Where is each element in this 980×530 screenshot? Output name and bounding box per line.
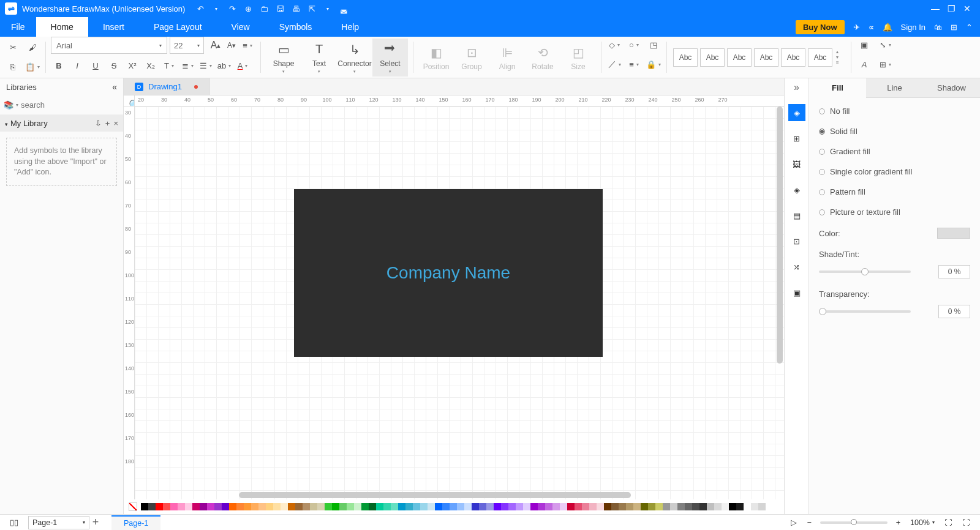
color-swatch[interactable]	[214, 503, 222, 510]
focus-mode-icon[interactable]: ▣	[856, 37, 872, 53]
subscript-icon[interactable]: X₂	[143, 58, 159, 73]
print-icon[interactable]: 🖶	[290, 4, 301, 13]
close-section-icon[interactable]: ×	[113, 119, 118, 128]
color-swatch[interactable]	[325, 503, 332, 510]
text-mode-icon[interactable]: ab	[216, 58, 232, 73]
color-swatch[interactable]	[501, 503, 508, 510]
history-panel-icon[interactable]: ▣	[788, 284, 805, 301]
style-scroll-down-icon[interactable]: ▾	[836, 54, 839, 60]
color-swatch[interactable]	[178, 503, 185, 510]
layers-panel-icon[interactable]: ◈	[788, 181, 805, 198]
color-swatch[interactable]	[604, 503, 611, 510]
color-swatch[interactable]	[611, 503, 619, 510]
shape-effects-icon[interactable]: ◳	[646, 37, 662, 53]
color-swatch[interactable]	[141, 503, 148, 510]
color-swatch[interactable]	[398, 503, 405, 510]
share-icon[interactable]: ∝	[869, 23, 874, 32]
new-icon[interactable]: ⊕	[243, 4, 254, 13]
minimize-button[interactable]: —	[927, 4, 943, 13]
select-tool[interactable]: ⮕Select	[372, 39, 408, 77]
color-swatch[interactable]	[281, 503, 288, 510]
fill-gradient-radio[interactable]: Gradient fill	[819, 147, 970, 156]
color-swatch[interactable]	[405, 503, 413, 510]
collapse-panel-icon[interactable]: «	[112, 82, 117, 92]
color-swatch[interactable]	[464, 503, 472, 510]
color-swatch[interactable]	[597, 503, 604, 510]
color-swatch[interactable]	[670, 503, 677, 510]
style-preset[interactable]: Abc	[700, 48, 725, 67]
zoom-slider[interactable]	[820, 521, 888, 524]
color-swatch[interactable]	[303, 503, 310, 510]
apps-icon[interactable]: ⊞	[951, 23, 957, 32]
color-swatch[interactable]	[457, 503, 464, 510]
underline-icon[interactable]: U	[88, 58, 104, 73]
style-preset[interactable]: Abc	[781, 48, 805, 67]
shape-outline-icon[interactable]: ○	[626, 37, 642, 53]
options-icon[interactable]: ⊞	[877, 56, 893, 72]
fill-panel-icon[interactable]: ◈	[788, 104, 805, 121]
color-swatch[interactable]	[266, 503, 273, 510]
crop-icon[interactable]: ⤡	[877, 37, 893, 53]
color-swatch[interactable]	[937, 228, 970, 239]
scrollbar-horizontal[interactable]	[239, 492, 631, 498]
shade-slider[interactable]	[819, 271, 911, 273]
color-swatch[interactable]	[295, 503, 303, 510]
color-swatch[interactable]	[376, 503, 383, 510]
paste-icon[interactable]: 📋	[24, 59, 40, 75]
color-swatch[interactable]	[442, 503, 450, 510]
canvas[interactable]: Company Name	[135, 106, 784, 499]
color-swatch[interactable]	[545, 503, 552, 510]
superscript-icon[interactable]: X²	[124, 58, 140, 73]
color-swatch[interactable]	[383, 503, 391, 510]
add-page-button[interactable]: +	[89, 516, 102, 529]
prop-tab-shadow[interactable]: Shadow	[923, 78, 980, 98]
library-menu-icon[interactable]: 📚	[4, 100, 16, 110]
color-swatch[interactable]	[148, 503, 156, 510]
increase-font-icon[interactable]: A▴	[208, 37, 224, 53]
style-more-icon[interactable]: ≡	[836, 60, 839, 65]
cut-icon[interactable]: ✂	[5, 40, 21, 56]
add-icon[interactable]: +	[105, 119, 110, 128]
color-swatch[interactable]	[523, 503, 530, 510]
color-swatch[interactable]	[508, 503, 516, 510]
color-swatch[interactable]	[163, 503, 170, 510]
menu-help[interactable]: Help	[326, 17, 374, 37]
close-button[interactable]: ✕	[959, 4, 975, 13]
color-swatch[interactable]	[677, 503, 685, 510]
text-style-icon[interactable]: A	[856, 56, 872, 72]
page-selector[interactable]: Page-1▾	[28, 516, 89, 529]
color-swatch[interactable]	[222, 503, 229, 510]
line-style-icon[interactable]: ／	[606, 56, 622, 72]
shade-value[interactable]: 0 %	[938, 265, 970, 278]
decrease-font-icon[interactable]: A▾	[224, 37, 239, 53]
color-swatch[interactable]	[435, 503, 442, 510]
scrollbar-vertical[interactable]	[777, 106, 783, 364]
color-swatch[interactable]	[288, 503, 295, 510]
menu-file[interactable]: File	[0, 17, 36, 37]
color-swatch[interactable]	[560, 503, 567, 510]
color-swatch[interactable]	[552, 503, 560, 510]
color-swatch[interactable]	[236, 503, 244, 510]
shape-rectangle[interactable]: Company Name	[294, 189, 603, 357]
color-swatch[interactable]	[192, 503, 200, 510]
expand-panel-icon[interactable]: »	[794, 82, 799, 93]
color-swatch[interactable]	[317, 503, 325, 510]
fill-color-icon[interactable]: ◇	[606, 37, 622, 53]
font-color-icon[interactable]: A	[235, 58, 251, 73]
color-swatch[interactable]	[736, 503, 744, 510]
line-weight-icon[interactable]: ≡	[626, 56, 642, 72]
color-swatch[interactable]	[692, 503, 699, 510]
color-swatch[interactable]	[567, 503, 575, 510]
page-layout-icon[interactable]: ▯▯	[5, 517, 23, 528]
format-painter-icon[interactable]: 🖌	[24, 40, 40, 56]
send-icon[interactable]: ✈	[853, 23, 860, 32]
color-swatch[interactable]	[428, 503, 435, 510]
search-input[interactable]	[18, 98, 126, 112]
color-swatch[interactable]	[707, 503, 714, 510]
color-swatch[interactable]	[258, 503, 266, 510]
color-swatch[interactable]	[626, 503, 633, 510]
color-swatch[interactable]	[729, 503, 736, 510]
import-icon[interactable]: ⇩	[95, 119, 102, 128]
color-swatch[interactable]	[655, 503, 663, 510]
my-library-section[interactable]: ▾My Library ⇩ + ×	[0, 115, 123, 132]
